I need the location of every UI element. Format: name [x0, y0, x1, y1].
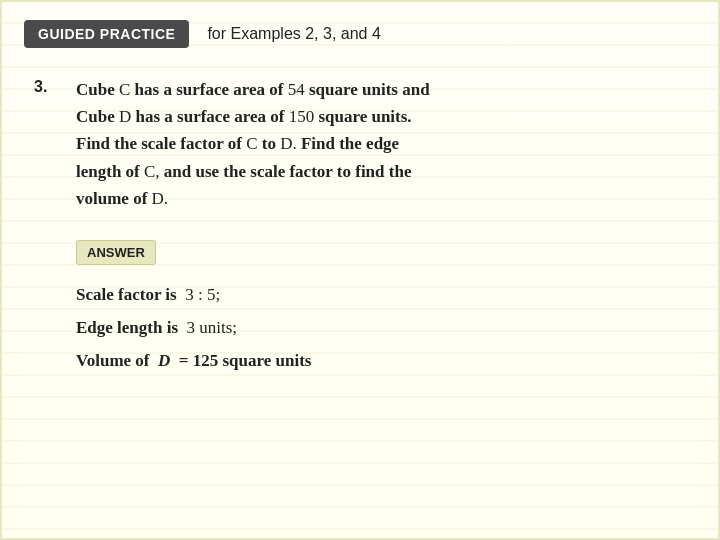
- scale-factor-line: Scale factor is 3 : 5;: [76, 281, 696, 310]
- problem-content: 3. Cube C has a surface area of 54 squar…: [24, 76, 696, 212]
- scale-value: 3 : 5;: [185, 285, 220, 304]
- problem-text: Cube C has a surface area of 54 square u…: [76, 76, 430, 212]
- volume-value: = 125 square units: [179, 351, 312, 370]
- header-subtitle: for Examples 2, 3, and 4: [207, 25, 380, 43]
- problem-line3: Find the scale factor of C to D. Find th…: [76, 134, 399, 153]
- answer-badge: ANSWER: [76, 240, 156, 265]
- guided-practice-badge: GUIDED PRACTICE: [24, 20, 189, 48]
- answer-section: ANSWER Scale factor is 3 : 5; Edge lengt…: [24, 240, 696, 376]
- problem-line5: volume of D.: [76, 189, 168, 208]
- volume-line: Volume of D = 125 square units: [76, 347, 696, 376]
- edge-label: Edge length is: [76, 318, 178, 337]
- header-row: GUIDED PRACTICE for Examples 2, 3, and 4: [24, 20, 696, 48]
- volume-label: Volume of: [76, 351, 150, 370]
- scale-label: Scale factor is: [76, 285, 177, 304]
- edge-value: 3 units;: [187, 318, 238, 337]
- problem-line1: Cube C has a surface area of 54 square u…: [76, 80, 430, 99]
- edge-length-line: Edge length is 3 units;: [76, 314, 696, 343]
- problem-line4: length of C, and use the scale factor to…: [76, 162, 411, 181]
- problem-number: 3.: [34, 76, 76, 212]
- problem-line2: Cube D has a surface area of 150 square …: [76, 107, 412, 126]
- volume-italic: D: [158, 351, 170, 370]
